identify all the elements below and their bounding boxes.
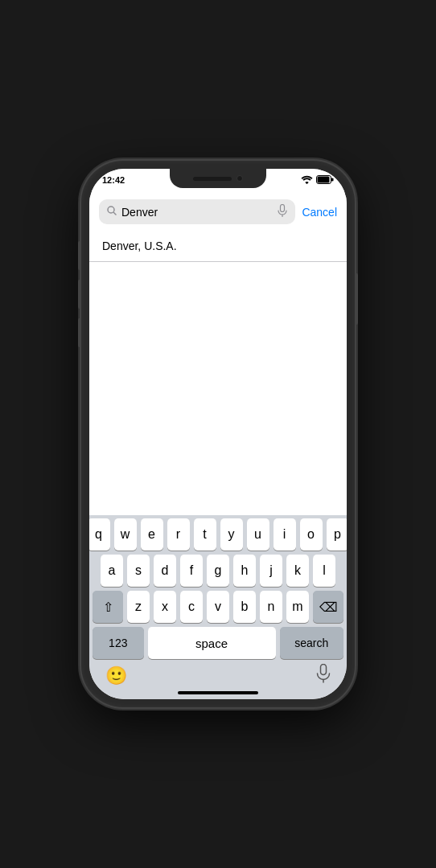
key-g[interactable]: g [207,555,229,587]
key-n[interactable]: n [260,591,282,623]
keyboard: q w e r t y u i o p a s d f g h j k [89,515,347,699]
svg-rect-5 [281,205,285,212]
svg-rect-1 [331,178,334,182]
key-x[interactable]: x [154,591,176,623]
phone-screen: 12:42 [89,169,347,699]
key-space[interactable]: space [148,627,276,659]
key-w[interactable]: w [114,518,137,551]
key-search[interactable]: search [280,627,343,659]
wifi-icon [301,175,313,184]
key-shift[interactable]: ⇧ [93,591,123,623]
key-t[interactable]: t [194,518,216,551]
key-a[interactable]: a [101,555,123,587]
status-time: 12:42 [102,175,125,185]
key-h[interactable]: h [233,555,256,587]
key-r[interactable]: r [167,518,190,551]
keyboard-row-3: ⇧ z x c v b n m ⌫ [89,591,347,623]
search-input[interactable] [121,206,273,219]
bottom-spacer [89,694,347,699]
keyboard-row-1: q w e r t y u i o p [89,518,347,551]
key-v[interactable]: v [207,591,229,623]
key-j[interactable]: j [260,555,282,587]
key-q[interactable]: q [89,518,110,551]
key-l[interactable]: l [313,555,335,587]
search-icon [107,206,117,218]
key-i[interactable]: i [274,518,296,551]
key-delete[interactable]: ⌫ [313,591,343,623]
cancel-button[interactable]: Cancel [302,206,337,219]
key-numbers[interactable]: 123 [93,627,144,659]
emoji-icon[interactable]: 🙂 [105,665,127,686]
battery-icon [316,175,334,184]
key-d[interactable]: d [154,555,176,587]
key-m[interactable]: m [286,591,309,623]
key-o[interactable]: o [300,518,323,551]
key-b[interactable]: b [233,591,256,623]
svg-rect-2 [318,177,330,183]
svg-line-4 [114,213,117,215]
key-z[interactable]: z [127,591,150,623]
svg-point-3 [108,207,114,213]
camera [237,175,243,182]
key-s[interactable]: s [127,555,150,587]
key-y[interactable]: y [220,518,243,551]
status-icons [301,175,334,184]
results-area: Denver, U.S.A. [89,231,347,515]
mic-bottom-icon[interactable] [316,664,331,688]
svg-rect-7 [321,665,327,675]
key-e[interactable]: e [141,518,163,551]
phone-frame: 12:42 [81,161,355,707]
key-f[interactable]: f [180,555,203,587]
keyboard-bottom-tools: 🙂 [89,661,347,688]
search-input-wrapper[interactable] [99,199,295,224]
result-item[interactable]: Denver, U.S.A. [89,231,347,262]
key-k[interactable]: k [286,555,309,587]
key-c[interactable]: c [180,591,203,623]
notch [170,169,266,188]
speaker [193,177,232,181]
key-p[interactable]: p [327,518,348,551]
mic-icon[interactable] [278,204,287,219]
status-bar: 12:42 [89,169,347,193]
keyboard-row-bottom: 123 space search [89,627,347,659]
keyboard-row-2: a s d f g h j k l [89,555,347,587]
key-u[interactable]: u [247,518,269,551]
search-bar-area: Cancel [89,193,347,231]
